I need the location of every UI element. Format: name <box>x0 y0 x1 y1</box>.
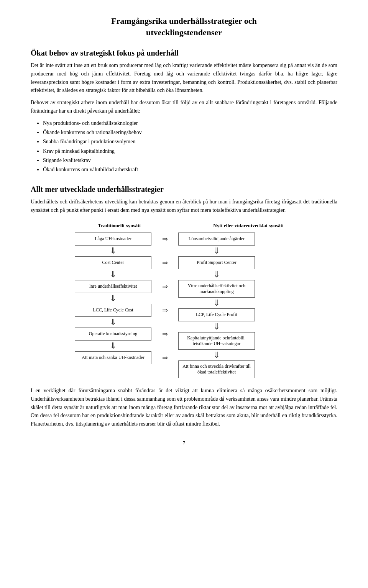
diagram-left-column: Låga UH-kostnader ⇓ Cost Center ⇓ Inre u… <box>73 233 153 364</box>
down-arrow-right-1: ⇓ <box>213 269 220 280</box>
diagram-box-left-0: Låga UH-kostnader <box>75 233 151 246</box>
h-arrow-2: ⇒ <box>162 280 168 293</box>
diagram-box-left-3: LCC, Life Cycle Cost <box>75 304 151 317</box>
section1-para1: Det är inte svårt att inse att ett bruk … <box>31 61 337 95</box>
diagram-left-header: Traditionellt synsätt <box>79 223 160 229</box>
down-arrow-left-0: ⇓ <box>110 246 117 256</box>
diagram-box-left-2: Inre underhållseffektivitet <box>75 280 151 293</box>
page-number: 7 <box>31 440 337 446</box>
list-item: Stigande kvalitetskrav <box>43 156 337 165</box>
diagram-box-left-5: Att mäta och sänka UH-kostnader <box>75 351 151 364</box>
section1-para2: Behovet av strategiskt arbete inom under… <box>31 98 337 115</box>
diagram-box-right-2: Yttre underhållseffektivitet och marknad… <box>178 280 255 298</box>
page-main-title: Framgångsrika underhållsstrategier och u… <box>31 15 337 38</box>
down-arrow-left-2: ⇓ <box>110 293 117 304</box>
comparison-diagram: Traditionellt synsätt Nytt eller vidareu… <box>73 223 295 378</box>
diagram-arrows-column: ⇒ ⇒ ⇒ ⇒ ⇒ ⇒ <box>153 233 176 364</box>
section3-para: I en verklighet där förutsättningarna sn… <box>31 387 337 428</box>
diagram-box-right-4: Kapitalutnyttjande ochräntabili-tetsökan… <box>178 332 255 350</box>
diagram-box-right-1: Profit Support Center <box>178 256 255 269</box>
h-arrow-4: ⇒ <box>162 328 168 341</box>
diagram-right-header: Nytt eller vidareutvecklat synsätt <box>208 223 289 229</box>
bullet-list: Nya produktions- och underhållsteknologi… <box>43 119 337 174</box>
h-arrow-5: ⇒ <box>162 351 168 364</box>
diagram-box-left-4: Operativ kostnadsstyrning <box>75 328 151 341</box>
list-item: Snabba förändringar i produktionsvolymen <box>43 138 337 146</box>
list-item: Krav på minskad kapitalbindning <box>43 147 337 156</box>
diagram-box-right-5: Att finna och utveckla drivkrafter till … <box>178 360 255 378</box>
down-arrow-right-3: ⇓ <box>213 321 220 332</box>
section2-para: Underhållets och driftsäkerhetens utveck… <box>31 198 337 214</box>
diagram-box-left-1: Cost Center <box>75 256 151 269</box>
h-arrow-1: ⇒ <box>162 256 168 269</box>
list-item: Ökande konkurrens och rationaliseringsbe… <box>43 128 337 137</box>
down-arrow-left-4: ⇓ <box>110 341 117 351</box>
h-arrow-3: ⇒ <box>162 304 168 317</box>
down-arrow-right-0: ⇓ <box>213 246 220 256</box>
down-arrow-left-1: ⇓ <box>110 269 117 280</box>
down-arrow-right-2: ⇓ <box>213 298 220 308</box>
list-item: Nya produktions- och underhållsteknologi… <box>43 119 337 128</box>
diagram-right-column: Lönsamhetsstödjande åtgärder ⇓ Profit Su… <box>176 233 257 378</box>
diagram-box-right-3: LCP, Life Cycle Profit <box>178 308 255 321</box>
section1-heading: Ökat behov av strategiskt fokus på under… <box>31 49 337 57</box>
down-arrow-left-3: ⇓ <box>110 317 117 328</box>
list-item: Ökad konkurrens om välutbildad arbetskra… <box>43 165 337 174</box>
section2-heading: Allt mer utvecklade underhållsstrategier <box>31 185 337 194</box>
diagram-box-right-0: Lönsamhetsstödjande åtgärder <box>178 233 255 246</box>
down-arrow-right-4: ⇓ <box>213 350 220 360</box>
h-arrow-0: ⇒ <box>162 233 168 246</box>
